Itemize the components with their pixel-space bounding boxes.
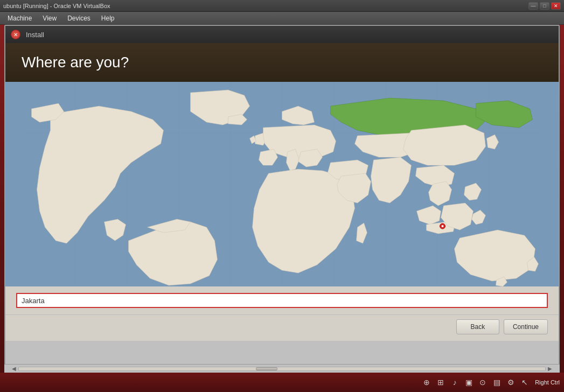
- window-title: ubuntu [Running] - Oracle VM VirtualBox: [3, 3, 528, 9]
- back-button[interactable]: Back: [456, 319, 499, 334]
- scroll-right-arrow[interactable]: ▶: [548, 366, 552, 372]
- scroll-h-thumb[interactable]: [256, 367, 277, 370]
- horizontal-scrollbar[interactable]: ◀ ▶: [4, 364, 560, 373]
- world-map[interactable]: [5, 82, 559, 286]
- svg-point-13: [442, 225, 444, 227]
- menu-machine[interactable]: Machine: [2, 13, 37, 23]
- where-header: Where are you?: [5, 43, 559, 82]
- menu-view[interactable]: View: [37, 13, 62, 23]
- continue-button[interactable]: Continue: [504, 319, 548, 334]
- window-controls: — □ ✕: [528, 2, 561, 10]
- display-icon[interactable]: ▣: [463, 376, 475, 388]
- hdd-icon[interactable]: ▤: [491, 376, 503, 388]
- minimize-button[interactable]: —: [528, 2, 538, 10]
- scroll-h-track: [18, 367, 546, 371]
- network-icon[interactable]: ⊞: [435, 376, 447, 388]
- window-titlebar: ubuntu [Running] - Oracle VM VirtualBox …: [0, 0, 564, 12]
- audio-icon[interactable]: ♪: [449, 376, 461, 388]
- settings-icon[interactable]: ⚙: [505, 376, 517, 388]
- right-ctrl-label: Right Ctrl: [535, 379, 560, 386]
- menu-bar: Machine View Devices Help: [0, 12, 564, 25]
- install-titlebar: ✕ Install: [5, 26, 559, 43]
- location-input-area: [5, 286, 559, 314]
- taskbar: ⊕ ⊞ ♪ ▣ ⊙ ▤ ⚙ ↖ Right Ctrl: [0, 373, 564, 392]
- maximize-button[interactable]: □: [540, 2, 549, 10]
- vm-window: ✕ Install Where are you?: [4, 25, 560, 373]
- close-button[interactable]: ✕: [551, 2, 561, 10]
- mouse-icon[interactable]: ↖: [519, 376, 531, 388]
- usb-icon[interactable]: ⊕: [421, 376, 433, 388]
- cd-icon[interactable]: ⊙: [477, 376, 489, 388]
- location-input[interactable]: [16, 293, 548, 308]
- button-row: Back Continue: [5, 314, 559, 341]
- map-svg[interactable]: [5, 82, 559, 286]
- menu-devices[interactable]: Devices: [62, 13, 96, 23]
- install-title: Install: [26, 31, 44, 39]
- taskbar-icons: ⊕ ⊞ ♪ ▣ ⊙ ▤ ⚙ ↖ Right Ctrl: [421, 376, 560, 388]
- scroll-left-arrow[interactable]: ◀: [12, 366, 16, 372]
- install-close-button[interactable]: ✕: [11, 30, 20, 39]
- page-title: Where are you?: [22, 54, 542, 71]
- menu-help[interactable]: Help: [96, 13, 120, 23]
